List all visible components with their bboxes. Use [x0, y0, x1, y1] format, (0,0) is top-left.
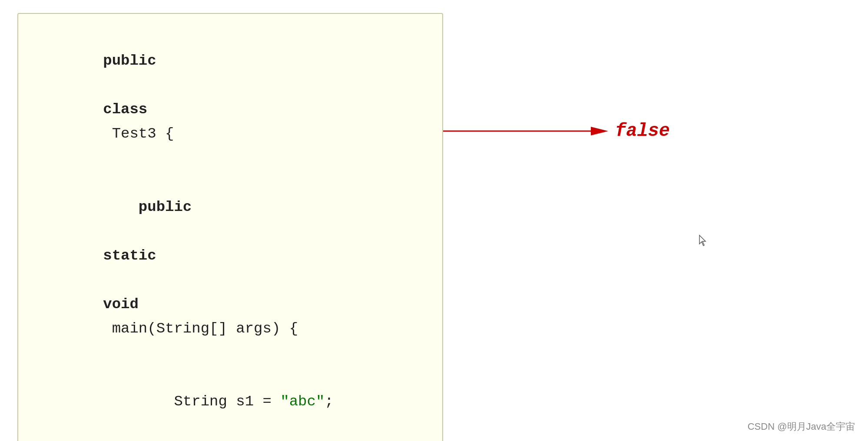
arrow-1: false — [443, 121, 670, 142]
mouse-cursor — [699, 234, 707, 249]
keyword-class: class — [103, 101, 147, 118]
code-line: public class Test3 { — [32, 24, 428, 171]
keyword-public: public — [103, 53, 156, 69]
arrow-label-1: false — [615, 121, 670, 142]
watermark: CSDN @明月Java全宇宙 — [748, 420, 855, 433]
svg-marker-1 — [591, 127, 608, 135]
code-line: String s2 = "ab"; — [32, 438, 428, 441]
arrow-svg-1 — [443, 122, 608, 140]
code-line: String s1 = "abc"; — [32, 365, 428, 438]
code-block-1: public class Test3 { public static void … — [17, 13, 443, 441]
code-line: public static void main(String[] args) { — [32, 171, 428, 365]
